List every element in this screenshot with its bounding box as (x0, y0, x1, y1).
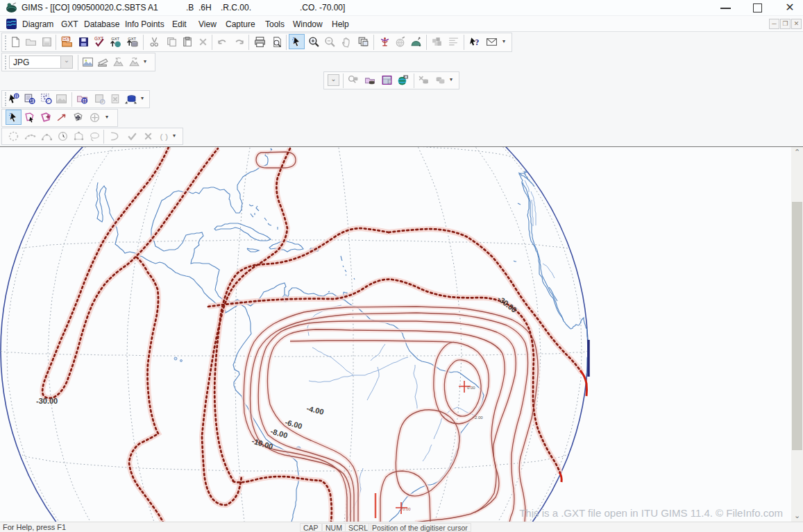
svg-text:GXT: GXT (111, 37, 119, 41)
svg-text:-2.00: -2.00 (473, 415, 483, 420)
svg-text:0.00: 0.00 (403, 507, 411, 511)
svg-text:0.00: 0.00 (467, 386, 475, 390)
svg-text:(): () (159, 132, 169, 142)
svg-text:GXT: GXT (62, 37, 71, 41)
svg-text:?: ? (475, 38, 480, 47)
svg-text:-30.00: -30.00 (36, 397, 58, 405)
svg-text:This is a .GXT file open in IT: This is a .GXT file open in ITU GIMS 11.… (519, 507, 783, 519)
